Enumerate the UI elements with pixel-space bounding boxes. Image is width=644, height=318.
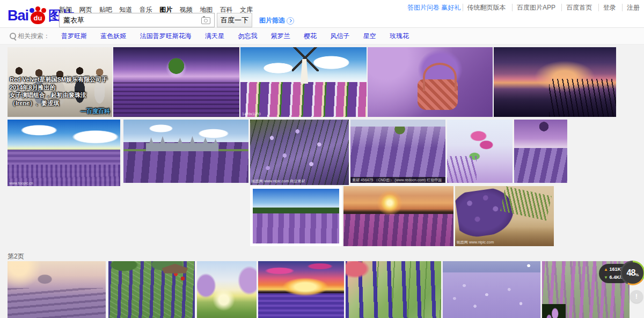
watermark: 昵图网 www.nipic.com	[457, 240, 494, 245]
result-image-windmill-flower-rows[interactable]: 1459x1000	[240, 47, 367, 117]
result-image-lavender-rows-tree[interactable]: 素材 456475 （CND图） (www.redocn.com) 红动中国	[350, 120, 445, 183]
result-image-lavender-bouquet-bench[interactable]: 昵图网 www.nipic.com	[455, 186, 554, 246]
related-term-6[interactable]: 紫罗兰	[271, 28, 290, 44]
baike-caption: Red Velvet是韩国SM娱乐有限公司于2014年8月推出的 女子演唱组合，…	[8, 75, 112, 117]
baidu-image-search-page: { "header": { "logo": {"bai": "Bai", "du…	[0, 0, 644, 318]
result-image-salvia-macro-red[interactable]	[346, 261, 441, 318]
related-term-1[interactable]: 普罗旺斯	[61, 28, 87, 44]
result-image-castle-lavender-field[interactable]	[123, 120, 248, 183]
upload-arrow-icon: ▲	[604, 267, 608, 272]
baidu-paw-icon: du	[29, 7, 47, 25]
related-term-10[interactable]: 玫瑰花	[390, 28, 409, 44]
logo-text-bai: Bai	[8, 8, 28, 24]
progress-percent: 48%	[620, 261, 644, 285]
login-link[interactable]: 登录	[598, 4, 620, 11]
image-filter-label: 图片筛选	[259, 16, 285, 25]
result-image-framed-lavender-treeline[interactable]	[250, 186, 342, 246]
chevron-right-icon	[287, 17, 294, 25]
result-image-lavender-basket[interactable]	[368, 47, 493, 117]
related-term-8[interactable]: 风信子	[330, 28, 349, 44]
survey-promo-link[interactable]: 答图片问卷 赢好礼	[407, 4, 460, 11]
percent-sign: %	[635, 272, 639, 277]
page-2-label: 第2页	[8, 252, 24, 261]
download-progress-badge[interactable]: 48%	[620, 261, 644, 285]
related-terms: 普罗旺斯 蓝色妖姬 法国普罗旺斯花海 满天星 勿忘我 紫罗兰 樱花 风信子 星空…	[61, 28, 421, 44]
result-image-butterflies-art[interactable]	[447, 120, 513, 183]
download-arrow-icon: ▼	[604, 275, 608, 280]
account-links: 答图片问卷 赢好礼 传统翻页版本 百度图片APP 百度首页 登录 注册	[407, 3, 640, 12]
logo-text-du: du	[29, 14, 47, 22]
classic-version-link[interactable]: 传统翻页版本	[463, 4, 510, 11]
watermark: 昵图网 www.nipic.com 商业素材	[252, 179, 305, 184]
search-icon	[10, 33, 16, 39]
overlay-thumb[interactable]	[542, 304, 566, 318]
related-term-9[interactable]: 星空	[363, 28, 376, 44]
notice-button[interactable]: !	[630, 290, 643, 303]
related-term-2[interactable]: 蓝色妖姬	[100, 28, 126, 44]
result-image-misty-dawn-lavender[interactable]	[8, 261, 106, 318]
search-box	[59, 13, 215, 27]
camera-search-icon[interactable]	[201, 17, 210, 24]
image-filter-link[interactable]: 图片筛选	[259, 16, 294, 25]
search-input[interactable]	[60, 13, 204, 27]
result-image-lavender-field-blue-sky[interactable]: www.toopic.cn	[8, 120, 120, 186]
related-search-bar: 相关搜索： 普罗旺斯 蓝色妖姬 法国普罗旺斯花海 满天星 勿忘我 紫罗兰 樱花 …	[0, 28, 644, 45]
watermark: www.toopic.cn	[9, 181, 33, 185]
related-search-label: 相关搜索：	[18, 28, 50, 44]
result-image-redvelvet-baike-card[interactable]: Red Velvet是韩国SM娱乐有限公司于2014年8月推出的 女子演唱组合，…	[8, 47, 112, 117]
result-image-vivid-sunset-lavender[interactable]	[258, 261, 344, 318]
baike-caption-line1: Red Velvet是韩国SM娱乐有限公司于2014年8月推出的	[10, 76, 107, 91]
related-term-5[interactable]: 勿忘我	[238, 28, 257, 44]
related-term-3[interactable]: 法国普罗旺斯花海	[140, 28, 192, 44]
register-link[interactable]: 注册	[622, 4, 640, 11]
result-image-lavender-field-sunrise[interactable]	[343, 186, 453, 246]
header: Bai du 图片 新闻 网页 贴吧 知道 音乐 图片 视频 地图 百科 文库 …	[0, 0, 644, 28]
related-term-7[interactable]: 樱花	[304, 28, 317, 44]
result-image-salvia-garden[interactable]	[108, 261, 195, 318]
top-nav: 新闻 网页 贴吧 知道 音乐 图片 视频 地图 百科 文库	[59, 4, 258, 12]
baidu-home-link[interactable]: 百度首页	[561, 4, 596, 11]
result-image-pale-lavender-field[interactable]	[443, 261, 540, 318]
result-image-purple-trees-sunglow[interactable]	[197, 261, 257, 318]
baidu-image-app-link[interactable]: 百度图片APP	[512, 4, 560, 11]
result-image-lavender-sunset-sky[interactable]	[494, 47, 616, 117]
search-submit-button[interactable]: 百度一下	[217, 13, 252, 27]
result-image-lavender-macro[interactable]: 昵图网 www.nipic.com 商业素材	[250, 120, 349, 185]
progress-value: 48	[627, 268, 635, 278]
watermark: 1459x1000	[242, 112, 261, 116]
result-image-hot-air-balloon-lavender[interactable]	[514, 120, 567, 183]
watermark-bar: 素材 456475 （CND图） (www.redocn.com) 红动中国	[350, 177, 445, 183]
baike-caption-line2: 女子演唱组合，起初由裴珠泫（Irene）、姜涩琪	[10, 92, 86, 106]
related-term-4[interactable]: 满天星	[205, 28, 224, 44]
baike-source: —百度百科	[10, 107, 110, 115]
result-image-lone-tree-purple-sky[interactable]	[113, 47, 239, 117]
